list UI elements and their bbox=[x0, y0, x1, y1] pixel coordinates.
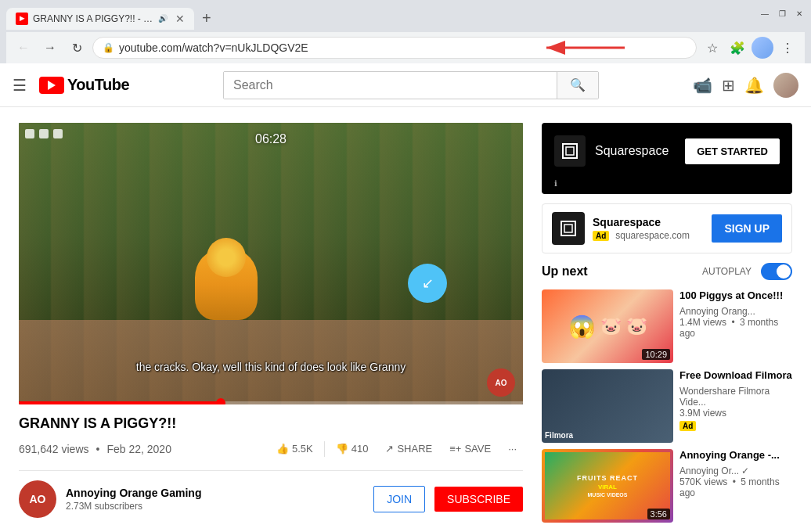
dislike-button[interactable]: 👎 410 bbox=[330, 440, 375, 458]
youtube-app: ☰ YouTube 🔍 📹 ⊞ 🔔 bbox=[0, 63, 811, 532]
thumb-bg-2: Filmora bbox=[542, 369, 673, 443]
up-next-video-2[interactable]: Filmora Free Download Filmora Wondershar… bbox=[542, 369, 792, 443]
menu-button[interactable]: ⋮ bbox=[777, 37, 798, 59]
channel-logo-overlay: AO bbox=[487, 368, 515, 397]
dislike-count: 410 bbox=[351, 443, 369, 455]
video-progress-bar[interactable] bbox=[19, 401, 523, 404]
notifications-bell-icon[interactable]: 🔔 bbox=[744, 76, 764, 95]
video-overlay-icons bbox=[25, 129, 63, 138]
overlay-icon-1 bbox=[25, 129, 34, 138]
header-right: 📹 ⊞ 🔔 bbox=[693, 73, 798, 98]
youtube-logo-icon bbox=[39, 77, 64, 94]
refresh-button[interactable]: ↻ bbox=[66, 37, 88, 59]
browser-toolbar: ← → ↻ 🔒 youtube.com/watch?v=nUkJLDQGV2E … bbox=[6, 32, 805, 63]
lock-icon: 🔒 bbox=[103, 42, 114, 53]
more-actions-button[interactable]: ··· bbox=[502, 440, 523, 458]
new-tab-button[interactable]: + bbox=[194, 5, 219, 32]
card-channel-1: Annoying Orang... bbox=[679, 306, 792, 317]
video-meta: 691,642 views • Feb 22, 2020 👍 5.5K 👎 41… bbox=[19, 440, 523, 458]
ad-inner: Squarespace GET STARTED bbox=[542, 123, 792, 179]
card-title-2: Free Download Filmora bbox=[679, 369, 792, 383]
subscribe-button[interactable]: SUBSCRIBE bbox=[434, 487, 523, 512]
address-bar[interactable]: 🔒 youtube.com/watch?v=nUkJLDQGV2E bbox=[92, 37, 697, 59]
share-icon: ↗ bbox=[385, 443, 394, 455]
maximize-btn[interactable]: ❐ bbox=[777, 8, 788, 19]
ad-info: ℹ bbox=[542, 179, 792, 194]
video-player[interactable]: 06:28 ↙ the cracks. Okay, well this kind… bbox=[19, 123, 523, 404]
video-duration-1: 10:29 bbox=[642, 349, 670, 360]
like-count: 5.5K bbox=[292, 443, 313, 455]
url-text: youtube.com/watch?v=nUkJLDQGV2E bbox=[119, 41, 687, 54]
card-meta-1: 1.4M views • 3 months ago bbox=[679, 317, 792, 339]
thumbs-up-icon: 👍 bbox=[276, 443, 289, 455]
video-camera-icon[interactable]: 📹 bbox=[693, 76, 712, 95]
youtube-logo[interactable]: YouTube bbox=[39, 76, 129, 94]
forward-button[interactable]: → bbox=[39, 37, 61, 59]
window-controls: — ❐ ✕ bbox=[759, 5, 805, 19]
squarespace-channel-info: Squarespace Ad squarespace.com bbox=[593, 216, 704, 241]
video-thumb-3: FRUITS REACT VIRAL MUSIC VIDEOS 3:56 bbox=[542, 449, 673, 523]
bookmark-button[interactable]: ☆ bbox=[701, 37, 723, 59]
video-card-info-2: Free Download Filmora Wondershare Filmor… bbox=[679, 369, 792, 443]
card-meta-2: 3.9M views bbox=[679, 408, 792, 419]
card-channel-2: Wondershare Filmora Vide... bbox=[679, 386, 792, 408]
channel-name[interactable]: Annoying Orange Gaming bbox=[66, 487, 364, 499]
extensions-button[interactable]: 🧩 bbox=[726, 37, 748, 59]
search-button[interactable]: 🔍 bbox=[557, 72, 598, 99]
squarespace-logo-icon bbox=[554, 135, 586, 167]
action-divider-1 bbox=[324, 441, 325, 457]
join-button[interactable]: JOIN bbox=[373, 486, 425, 512]
overlay-icon-2 bbox=[39, 129, 49, 138]
apps-grid-icon[interactable]: ⊞ bbox=[722, 76, 735, 95]
like-button[interactable]: 👍 5.5K bbox=[270, 440, 319, 458]
video-thumb-1: 😱 🐷 🐷 10:29 bbox=[542, 289, 673, 363]
hamburger-menu[interactable]: ☰ bbox=[13, 76, 27, 95]
tab-close-btn[interactable]: ✕ bbox=[175, 13, 185, 25]
card-title-3: Annoying Orange -... bbox=[679, 449, 792, 462]
squarespace-channel-icon bbox=[552, 212, 585, 245]
browser-tab[interactable]: ▶ GRANNY IS A PIGGY?!! - You 🔊 ✕ bbox=[6, 8, 194, 30]
video-thumb-2: Filmora bbox=[542, 369, 673, 443]
minimize-btn[interactable]: — bbox=[759, 8, 770, 19]
more-icon: ··· bbox=[508, 443, 517, 455]
ad-badge: Ad bbox=[593, 231, 609, 241]
thumbs-down-icon: 👎 bbox=[336, 443, 348, 455]
channel-subscribers: 2.73M subscribers bbox=[66, 501, 364, 512]
up-next-video-3[interactable]: FRUITS REACT VIRAL MUSIC VIDEOS 3:56 Ann… bbox=[542, 449, 792, 523]
autoplay-label: AUTOPLAY bbox=[702, 266, 752, 277]
up-next-label: Up next bbox=[542, 264, 588, 279]
share-label: SHARE bbox=[397, 443, 432, 455]
primary-content: 06:28 ↙ the cracks. Okay, well this kind… bbox=[19, 123, 523, 529]
progress-dot bbox=[216, 398, 225, 404]
close-btn[interactable]: ✕ bbox=[794, 8, 805, 19]
tab-title: GRANNY IS A PIGGY?!! - You bbox=[33, 13, 153, 24]
upload-date: Feb 22, 2020 bbox=[106, 443, 171, 455]
squarespace-channel-row: Squarespace Ad squarespace.com SIGN UP bbox=[542, 203, 792, 253]
video-subtitle: the cracks. Okay, well this kind of does… bbox=[19, 361, 523, 373]
card-title-1: 100 Piggys at Once!!! bbox=[679, 289, 792, 303]
overlay-icon-3 bbox=[53, 129, 63, 138]
card-views-1: 1.4M views bbox=[679, 317, 726, 328]
card-meta-3: 570K views • 5 months ago bbox=[679, 476, 792, 498]
search-input[interactable] bbox=[224, 72, 557, 99]
tab-favicon: ▶ bbox=[16, 13, 28, 25]
youtube-header: ☰ YouTube 🔍 📹 ⊞ 🔔 bbox=[0, 63, 811, 107]
back-button[interactable]: ← bbox=[13, 37, 34, 59]
youtube-logo-text: YouTube bbox=[67, 76, 129, 94]
channel-row: AO Annoying Orange Gaming 2.73M subscrib… bbox=[19, 470, 523, 518]
user-avatar[interactable] bbox=[773, 73, 798, 98]
main-content: 06:28 ↙ the cracks. Okay, well this kind… bbox=[0, 107, 811, 532]
tab-audio-icon: 🔊 bbox=[158, 14, 168, 23]
get-started-button[interactable]: GET STARTED bbox=[685, 138, 780, 164]
card-channel-3: Annoying Or... ✓ bbox=[679, 466, 792, 476]
save-button[interactable]: ≡+ SAVE bbox=[443, 440, 497, 458]
video-duration-3: 3:56 bbox=[647, 509, 670, 519]
sign-up-button[interactable]: SIGN UP bbox=[712, 214, 782, 243]
brand-url: squarespace.com bbox=[615, 230, 690, 241]
profile-button[interactable] bbox=[752, 37, 773, 59]
share-button[interactable]: ↗ SHARE bbox=[379, 440, 438, 458]
up-next-video-1[interactable]: 😱 🐷 🐷 10:29 100 Piggys at Once!!! Annoyi… bbox=[542, 289, 792, 363]
autoplay-toggle[interactable] bbox=[761, 263, 792, 280]
profile-avatar bbox=[752, 37, 773, 59]
video-timestamp: 06:28 bbox=[255, 132, 287, 146]
